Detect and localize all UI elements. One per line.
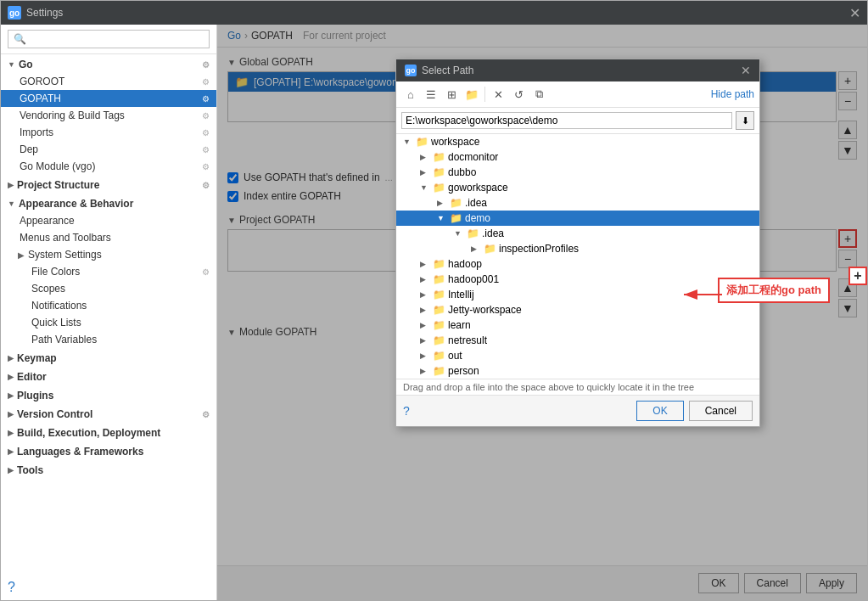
system-settings-label: System Settings	[28, 249, 210, 261]
ft-item-workspace[interactable]: ▼ 📁 workspace	[396, 134, 759, 149]
modal-ok-button[interactable]: OK	[636, 401, 683, 421]
sidebar-item-quick-lists[interactable]: Quick Lists	[1, 314, 216, 331]
toolbar-copy-button[interactable]: ⧉	[529, 85, 548, 104]
ps-expand-icon: ▶	[8, 181, 14, 189]
ft-item-idea2[interactable]: ▼ 📁 .idea	[396, 226, 759, 241]
sidebar-item-system-settings[interactable]: ▶ System Settings	[1, 246, 216, 263]
sidebar-item-vendoring[interactable]: Vendoring & Build Tags ⚙	[1, 107, 216, 124]
ft-item-jetty[interactable]: ▶ 📁 Jetty-workspace	[396, 302, 759, 317]
main-content: 🔍 ▼ Go ⚙ GOROOT ⚙ GOPATH ⚙ Vendoring & B…	[1, 25, 867, 600]
sidebar-item-notifications[interactable]: Notifications	[1, 297, 216, 314]
ft-item-person[interactable]: ▶ 📁 person	[396, 363, 759, 379]
sidebar-item-menus[interactable]: Menus and Toolbars	[1, 229, 216, 246]
sidebar-section-languages[interactable]: ▶ Languages & Frameworks	[1, 441, 216, 460]
idea2-expand-icon: ▼	[454, 229, 464, 238]
netresult-expand-icon: ▶	[420, 336, 430, 345]
sidebar-item-appearance[interactable]: Appearance	[1, 212, 216, 229]
modal-close-button[interactable]: ✕	[741, 64, 751, 77]
sidebar-section-plugins[interactable]: ▶ Plugins	[1, 385, 216, 404]
imports-settings-icon: ⚙	[202, 128, 210, 138]
modal-cancel-button[interactable]: Cancel	[689, 401, 753, 421]
hide-path-button[interactable]: Hide path	[711, 88, 754, 100]
search-container[interactable]: 🔍	[8, 30, 210, 48]
ft-item-netresult[interactable]: ▶ 📁 netresult	[396, 333, 759, 348]
goworkspace-expand-icon: ▼	[420, 183, 430, 192]
sidebar-item-dep[interactable]: Dep ⚙	[1, 141, 216, 158]
demo-folder-icon: 📁	[450, 212, 462, 224]
idea2-label: .idea	[482, 227, 504, 239]
toolbar-separator	[484, 87, 485, 102]
workspace-label: workspace	[431, 136, 479, 148]
toolbar-delete-button[interactable]: ✕	[489, 85, 507, 104]
ft-item-dubbo[interactable]: ▶ 📁 dubbo	[396, 165, 759, 180]
ft-item-hadoop[interactable]: ▶ 📁 hadoop	[396, 256, 759, 272]
sidebar-section-appearance-behavior[interactable]: ▼ Appearance & Behavior	[1, 194, 216, 212]
toolbar-newfolder-button[interactable]: 📁	[462, 85, 481, 104]
toolbar-tree-button[interactable]: ⊞	[442, 85, 461, 104]
sidebar-item-file-colors[interactable]: File Colors ⚙	[1, 263, 216, 280]
intellij-expand-icon: ▶	[420, 290, 430, 299]
idea1-folder-icon: 📁	[450, 197, 462, 209]
ft-item-demo[interactable]: ▼ 📁 demo	[396, 211, 759, 226]
sidebar-item-gopath[interactable]: GOPATH ⚙	[1, 90, 216, 107]
sidebar-section-keymap[interactable]: ▶ Keymap	[1, 348, 216, 367]
idea2-folder-icon: 📁	[467, 227, 479, 239]
appearance-behavior-label: Appearance & Behavior	[19, 198, 133, 210]
ft-item-hadoop001[interactable]: ▶ 📁 hadoop001	[396, 272, 759, 287]
ft-item-idea1[interactable]: ▶ 📁 .idea	[396, 195, 759, 211]
person-label: person	[448, 365, 479, 377]
ft-item-inspectionprofiles[interactable]: ▶ 📁 inspectionProfiles	[396, 241, 759, 256]
docmonitor-folder-icon: 📁	[433, 151, 445, 163]
ps-settings-icon: ⚙	[202, 181, 210, 190]
dubbo-folder-icon: 📁	[433, 166, 445, 178]
window-title: Settings	[26, 7, 63, 19]
dep-settings-icon: ⚙	[202, 145, 210, 154]
sidebar-item-imports[interactable]: Imports ⚙	[1, 124, 216, 141]
sidebar-section-build[interactable]: ▶ Build, Execution, Deployment	[1, 423, 216, 441]
sidebar-help[interactable]: ?	[1, 575, 216, 600]
editor-expand-icon: ▶	[8, 373, 14, 381]
goworkspace-label: goworkspace	[448, 182, 508, 194]
ft-item-learn[interactable]: ▶ 📁 learn	[396, 317, 759, 333]
modal-help-icon[interactable]: ?	[403, 404, 410, 418]
sidebar-item-scopes[interactable]: Scopes	[1, 280, 216, 297]
ft-item-out[interactable]: ▶ 📁 out	[396, 348, 759, 363]
hadoop-label: hadoop	[448, 258, 482, 270]
plus-annotation-button[interactable]: +	[848, 267, 867, 285]
learn-expand-icon: ▶	[420, 321, 430, 329]
toolbar-refresh-button[interactable]: ↺	[509, 85, 528, 104]
ab-expand-icon: ▼	[8, 199, 15, 208]
sidebar-item-gomodule[interactable]: Go Module (vgo) ⚙	[1, 158, 216, 175]
sidebar-item-goroot[interactable]: GOROOT ⚙	[1, 73, 216, 90]
plugins-label: Plugins	[17, 390, 53, 402]
toolbar-home-button[interactable]: ⌂	[401, 85, 420, 104]
close-button[interactable]: ✕	[849, 5, 860, 21]
hadoop001-expand-icon: ▶	[420, 275, 430, 284]
path-expand-button[interactable]: ⬇	[736, 111, 754, 130]
toolbar-list-button[interactable]: ☰	[422, 85, 440, 104]
person-folder-icon: 📁	[433, 365, 445, 377]
search-input[interactable]	[30, 33, 204, 45]
jetty-label: Jetty-workspace	[448, 304, 522, 316]
sidebar-go-label: Go	[19, 59, 33, 70]
sidebar-section-go[interactable]: ▼ Go ⚙	[1, 54, 216, 73]
file-tree[interactable]: ▼ 📁 workspace ▶ 📁 docmonitor ▶	[396, 134, 759, 379]
intellij-folder-icon: 📁	[433, 289, 445, 300]
inspection-folder-icon: 📁	[484, 243, 496, 255]
fc-settings-icon: ⚙	[202, 267, 210, 277]
path-input[interactable]	[401, 112, 732, 129]
sidebar-item-path-variables[interactable]: Path Variables	[1, 331, 216, 348]
ft-item-goworkspace[interactable]: ▼ 📁 goworkspace	[396, 180, 759, 195]
help-icon[interactable]: ?	[8, 580, 15, 594]
sidebar-section-project-structure[interactable]: ▶ Project Structure ⚙	[1, 175, 216, 194]
sidebar-section-tools[interactable]: ▶ Tools	[1, 460, 216, 479]
ft-item-docmonitor[interactable]: ▶ 📁 docmonitor	[396, 149, 759, 165]
languages-label: Languages & Frameworks	[17, 446, 143, 458]
right-panel: Go › GOPATH For current project ▼ Global…	[217, 25, 867, 600]
inspection-expand-icon: ▶	[471, 244, 481, 253]
sidebar-section-editor[interactable]: ▶ Editor	[1, 367, 216, 385]
sidebar-section-version-control[interactable]: ▶ Version Control ⚙	[1, 404, 216, 423]
idea1-expand-icon: ▶	[437, 199, 447, 207]
dubbo-expand-icon: ▶	[420, 168, 430, 177]
file-colors-label: File Colors	[31, 266, 199, 278]
